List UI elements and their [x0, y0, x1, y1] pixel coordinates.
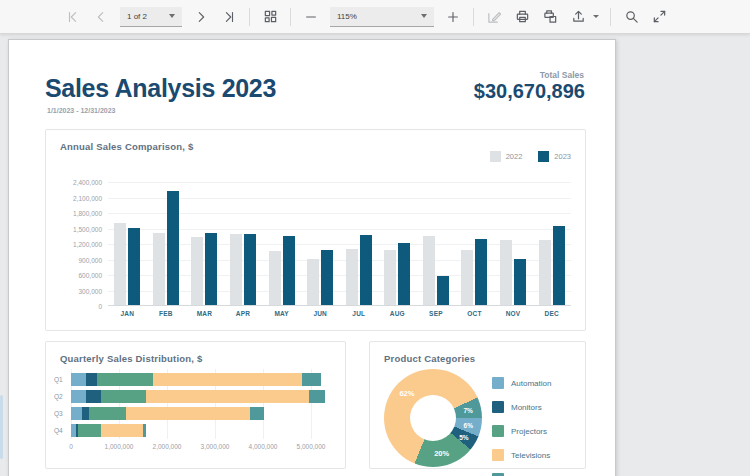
annual-x-axis: JANFEBMARAPRMAYJUNJULAUGSEPOCTNOVDEC — [108, 310, 571, 317]
zoom-level-select[interactable]: 115% — [330, 7, 434, 27]
highlight-editing-button[interactable] — [481, 4, 507, 30]
bar-2023 — [167, 191, 179, 305]
next-page-button[interactable] — [188, 4, 214, 30]
page-number-select[interactable]: 1 of 2 — [120, 7, 182, 27]
chevron-down-icon — [421, 14, 427, 18]
quarter-label: Q3 — [54, 410, 67, 417]
bar-2022 — [269, 251, 281, 305]
bar-2023 — [475, 239, 487, 305]
y-axis-tick: 2,100,000 — [56, 194, 102, 201]
segment-automation — [71, 390, 86, 403]
segment-projectors — [101, 390, 147, 403]
quarter-label: Q1 — [54, 376, 67, 383]
minus-icon — [304, 10, 318, 24]
zoom-out-button[interactable] — [298, 4, 324, 30]
bar-group — [532, 181, 571, 305]
fullscreen-button[interactable] — [646, 4, 672, 30]
y-axis-tick: 300,000 — [56, 287, 102, 294]
bar-group — [185, 181, 224, 305]
bar-2022 — [539, 240, 551, 305]
print-page-button[interactable] — [537, 4, 563, 30]
bar-2023 — [205, 233, 217, 305]
bar-group — [224, 181, 263, 305]
bar-group — [455, 181, 494, 305]
segment-monitors — [86, 390, 101, 403]
annual-legend: 20222023 — [490, 151, 571, 162]
first-page-button[interactable] — [60, 4, 86, 30]
legend-swatch — [492, 401, 504, 413]
bar-2023 — [360, 235, 372, 305]
x-axis-label: NOV — [494, 310, 533, 317]
segment-video-players — [143, 424, 146, 437]
last-page-icon — [222, 10, 236, 24]
donut-hole — [410, 395, 456, 441]
x-axis-tick: 3,000,000 — [201, 443, 230, 450]
bar-2022 — [230, 234, 242, 305]
x-axis-tick: 5,000,000 — [297, 443, 326, 450]
slice-label: 5% — [459, 433, 468, 440]
bar-group — [417, 181, 456, 305]
bar-group — [147, 181, 186, 305]
document-viewport: Sales Analysis 2023 1/1/2023 - 12/31/202… — [0, 35, 750, 476]
bar-2023 — [244, 234, 256, 305]
segment-projectors — [89, 407, 126, 420]
legend-item: Projectors — [492, 419, 560, 443]
search-button[interactable] — [618, 4, 644, 30]
search-icon — [624, 9, 639, 24]
product-categories-panel: Product Categories 62%7%6%5%20% Automati… — [369, 341, 586, 469]
legend-label: Monitors — [511, 403, 542, 412]
slice-label: 62% — [399, 389, 414, 398]
segment-monitors — [86, 373, 97, 386]
vertical-scrollbar[interactable] — [0, 395, 3, 459]
x-axis-label: FEB — [147, 310, 186, 317]
quarter-label: Q4 — [54, 427, 67, 434]
annual-chart-title: Annual Sales Comparison, $ — [60, 141, 193, 152]
multipage-grid-icon — [263, 9, 278, 24]
toolbar-separator — [473, 8, 474, 26]
legend-swatch — [492, 449, 504, 461]
previous-page-button[interactable] — [88, 4, 114, 30]
bar-2022 — [153, 233, 165, 305]
last-page-button[interactable] — [216, 4, 242, 30]
plus-icon — [446, 10, 460, 24]
annual-sales-panel: Annual Sales Comparison, $ 20222023 2,40… — [45, 129, 586, 331]
multipage-view-button[interactable] — [257, 4, 283, 30]
bar-2023 — [514, 259, 526, 306]
quarter-row: Q4 — [54, 422, 339, 439]
quarterly-x-axis: 01,000,0002,000,0003,000,0004,000,0005,0… — [71, 443, 321, 453]
export-button[interactable] — [565, 4, 591, 30]
total-sales-value: $30,670,896 — [474, 80, 585, 103]
annual-bars — [108, 181, 571, 305]
zoom-in-button[interactable] — [440, 4, 466, 30]
x-axis-tick: 4,000,000 — [249, 443, 278, 450]
stacked-bar — [71, 424, 146, 437]
segment-televisions — [146, 390, 309, 403]
chevron-left-icon — [94, 10, 108, 24]
bar-2022 — [384, 250, 396, 305]
annual-y-axis: 2,400,0002,100,0001,800,0001,500,0001,20… — [56, 182, 102, 306]
slice-label: 6% — [464, 422, 473, 429]
slice-label: 20% — [434, 448, 449, 457]
annual-plot-area — [108, 182, 571, 306]
export-dropdown-caret-icon[interactable] — [593, 15, 599, 18]
bar-2023 — [437, 276, 449, 305]
legend-label: 2023 — [554, 152, 571, 161]
printer-icon — [515, 9, 530, 24]
export-up-icon — [571, 9, 586, 24]
segment-video-players — [302, 373, 321, 386]
printer-page-icon — [543, 9, 558, 24]
segment-televisions — [101, 424, 144, 437]
report-page: Sales Analysis 2023 1/1/2023 - 12/31/202… — [8, 39, 616, 476]
quarter-row: Q1 — [54, 371, 339, 388]
bar-group — [108, 181, 147, 305]
toolbar-separator — [610, 8, 611, 26]
x-axis-label: OCT — [455, 310, 494, 317]
bar-2022 — [114, 223, 126, 305]
x-axis-label: JAN — [108, 310, 147, 317]
print-button[interactable] — [509, 4, 535, 30]
segment-projectors — [78, 424, 101, 437]
x-axis-label: AUG — [378, 310, 417, 317]
legend-label: Automation — [511, 379, 551, 388]
bar-group — [339, 181, 378, 305]
x-axis-label: MAY — [262, 310, 301, 317]
